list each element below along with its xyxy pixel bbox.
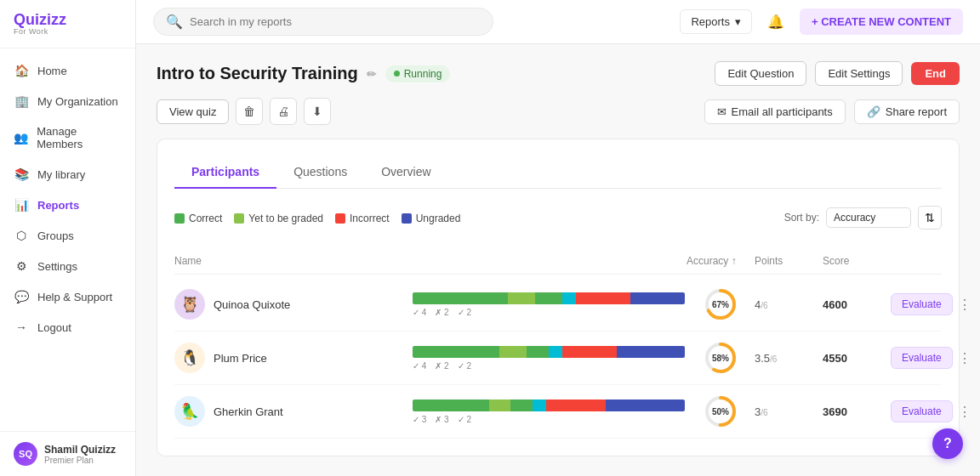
edit-settings-button[interactable]: Edit Settings [815,61,903,86]
sidebar-item-label: My library [37,168,85,181]
points-cell: 4/6 [755,298,823,311]
email-participants-button[interactable]: ✉ Email all participants [704,99,846,124]
topbar-right: Reports ▾ 🔔 + CREATE NEW CONTENT [680,8,963,36]
bar-segment [413,292,508,304]
my-organization-icon: 🏢 [14,94,29,108]
sidebar-item-label: Groups [37,230,74,242]
sidebar-item-manage-members[interactable]: 👥Manage Members [0,116,135,159]
legend-item-yet-to-be-graded: Yet to be graded [234,212,323,224]
create-new-content-button[interactable]: + CREATE NEW CONTENT [800,8,963,35]
bar-segment [533,400,546,411]
sort-select[interactable]: AccuracyNameScorePoints [826,207,911,228]
edit-question-button[interactable]: Edit Question [715,61,806,86]
more-options-icon[interactable]: ⋮ [958,297,971,313]
bar-segment [535,292,562,304]
evaluate-more-cell: Evaluate ⋮ [891,347,942,369]
bar-segment [603,346,617,358]
bar-label: ✗ 3 [435,415,448,424]
content-area: Intro to Security Training ✏ Running Edi… [136,44,980,476]
more-options-icon[interactable]: ⋮ [958,350,971,366]
sidebar-item-logout[interactable]: →Logout [0,312,135,343]
evaluate-more-cell: Evaluate ⋮ [891,293,942,315]
user-info[interactable]: SQ Shamil Quizizz Premier Plan [14,442,122,466]
bar-segment [562,346,603,358]
accuracy-donut: 67% [703,286,738,322]
sidebar-item-home[interactable]: 🏠Home [0,55,135,86]
accuracy-donut: 58% [703,340,738,376]
bar-segment [549,346,562,358]
legend-dot [335,213,345,224]
action-bar-left: View quiz 🗑 🖨 ⬇ [157,98,331,125]
bar-labels: ✓ 4✗ 2✓ 2 [413,308,687,317]
help-button[interactable]: ? [932,428,963,459]
running-dot [394,71,400,76]
table-header: Name Accuracy ↑ Points Score [174,250,942,275]
search-box[interactable]: 🔍 [153,8,493,36]
points-cell: 3.5/6 [755,352,823,365]
bar-labels: ✓ 3✗ 3✓ 2 [413,415,687,424]
sidebar-item-label: Help & Support [37,291,112,303]
download-icon[interactable]: ⬇ [304,98,331,125]
th-name: Name [174,255,413,267]
sidebar-nav: 🏠Home🏢My Organization👥Manage Members📚My … [0,48,135,431]
home-icon: 🏠 [14,64,29,77]
bar-segment [639,400,685,411]
evaluate-more-cell: Evaluate ⋮ [891,400,942,422]
quiz-title: Intro to Security Training [157,64,358,83]
delete-icon[interactable]: 🗑 [236,98,263,125]
print-icon[interactable]: 🖨 [270,98,297,125]
sidebar-item-settings[interactable]: ⚙Settings [0,251,135,281]
bar-segment [658,292,685,304]
action-bar: View quiz 🗑 🖨 ⬇ ✉ Email all participants… [157,98,960,125]
accuracy-label: 67% [712,300,729,309]
evaluate-button[interactable]: Evaluate [891,293,953,315]
tab-participants[interactable]: Participants [174,156,276,189]
legend-dot [402,213,412,224]
share-icon: 🔗 [867,105,880,118]
bar-segment [617,346,644,358]
sort-by-label: Sort by: [784,212,819,224]
more-options-icon[interactable]: ⋮ [958,404,971,420]
table-row: 🦜 Gherkin Grant ✓ 3✗ 3✓ 2 50% 3/6 3690 E… [174,385,942,439]
score-cell: 4600 [823,298,891,311]
sidebar-item-my-organization[interactable]: 🏢My Organization [0,86,135,116]
tab-questions[interactable]: Questions [276,156,364,189]
sidebar-item-label: Logout [37,321,71,334]
sidebar-item-my-library[interactable]: 📚My library [0,159,135,190]
evaluate-button[interactable]: Evaluate [891,347,953,369]
user-plan: Premier Plan [44,456,116,465]
logo-text: Quizizz [14,12,122,27]
tabs: ParticipantsQuestionsOverview [174,156,942,189]
score-cell: 3690 [823,405,891,418]
table-row: 🦉 Quinoa Quixote ✓ 4✗ 2✓ 2 67% 4/6 4600 … [174,278,942,332]
evaluate-button[interactable]: Evaluate [891,400,953,422]
bar-segment [413,400,489,411]
edit-quiz-icon[interactable]: ✏ [367,67,377,81]
manage-members-icon: 👥 [14,131,28,144]
bar-segment [562,292,576,304]
avatar: SQ [14,442,37,466]
share-report-button[interactable]: 🔗 Share report [854,99,960,124]
progress-bar-container: ✓ 4✗ 2✓ 2 [413,346,687,371]
quiz-title-row: Intro to Security Training ✏ Running [157,64,450,83]
reports-dropdown[interactable]: Reports ▾ [680,9,752,34]
sidebar-item-groups[interactable]: ⬡Groups [0,220,135,251]
bar-segment [546,400,592,411]
tab-overview[interactable]: Overview [364,156,447,189]
sidebar-item-label: My Organization [37,95,118,108]
sidebar-item-help-support[interactable]: 💬Help & Support [0,281,135,312]
view-quiz-button[interactable]: View quiz [157,99,229,124]
progress-bar [413,346,685,358]
bar-label: ✗ 2 [435,361,448,371]
bar-segment [413,346,499,358]
bell-icon[interactable]: 🔔 [762,8,789,36]
table-row: 🐧 Plum Price ✓ 4✗ 2✓ 2 58% 3.5/6 4550 Ev… [174,332,942,385]
bar-segment [576,292,617,304]
quiz-actions: Edit Question Edit Settings End [715,61,960,86]
progress-bar [413,292,685,304]
end-button[interactable]: End [911,62,960,85]
search-input[interactable] [190,15,481,28]
sidebar-item-reports[interactable]: 📊Reports [0,190,135,220]
legend-item-ungraded: Ungraded [402,212,461,224]
sort-direction-button[interactable]: ⇅ [918,206,942,230]
